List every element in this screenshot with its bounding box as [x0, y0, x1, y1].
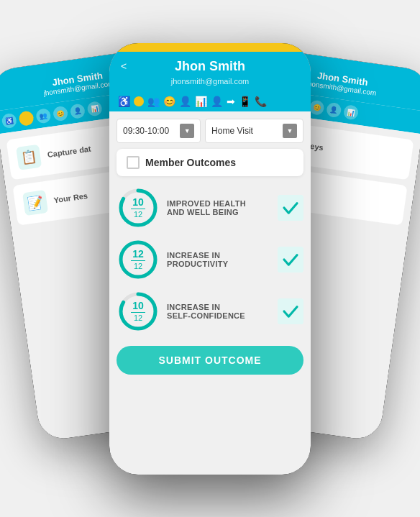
circle-divider-0 [131, 209, 145, 209]
bg-left-card2-text: Your Res [53, 191, 88, 204]
outcomes-title: Member Outcomes [145, 157, 236, 168]
svg-rect-5 [278, 247, 303, 273]
icon-call: 📞 [255, 96, 267, 107]
circle-denom-2: 12 [134, 314, 142, 322]
icon-person-add: 👤 [179, 96, 191, 107]
circle-progress-2: 10 12 [117, 290, 160, 333]
icon-bar-chart: 📊 [195, 96, 207, 107]
outcome-item-0: 10 12 IMPROVED HEALTHAND WELL BEING [117, 182, 303, 234]
icon-face-r: 😊 [309, 99, 325, 116]
circle-text-0: 10 12 [131, 197, 145, 219]
circle-divider-2 [131, 312, 145, 313]
outcome-label-2: INCREASE INSELF-CONFIDENCE [167, 303, 270, 320]
circle-progress-1: 12 12 [117, 238, 160, 281]
bg-left-card2-icon: 📝 [22, 190, 48, 216]
time-value: 09:30-10:00 [123, 126, 169, 136]
back-button[interactable]: < [121, 60, 127, 72]
submit-outcome-button[interactable]: SUBMIT OUTCOME [117, 346, 303, 375]
circle-progress-0: 10 12 [117, 186, 160, 229]
circle-denom-0: 12 [134, 211, 142, 219]
icon-user: 👤 [70, 103, 86, 119]
icons-bar: ♿ 👥 😊 👤 📊 👤 ➡ 📱 📞 [109, 91, 311, 111]
outcome-item-2: 10 12 INCREASE INSELF-CONFIDENCE [117, 285, 303, 337]
user-name: Jhon Smith [175, 59, 245, 74]
bg-left-card1-icon: 📋 [16, 145, 42, 170]
circle-denom-1: 12 [134, 262, 142, 270]
visit-value: Home Visit [211, 126, 253, 136]
circle-num-2: 10 [132, 301, 144, 311]
icon-dot [18, 110, 35, 127]
checkmark-icon-0 [278, 195, 303, 221]
circle-text-1: 12 12 [131, 249, 145, 270]
time-select[interactable]: 09:30-10:00 ▼ [117, 119, 201, 143]
checkmark-icon-2 [278, 298, 303, 324]
icon-wheelchair: ♿ [1, 113, 18, 129]
outcome-label-0: IMPROVED HEALTHAND WELL BEING [167, 199, 270, 216]
icon-arrow-right: ➡ [227, 96, 235, 107]
icon-phone: 📱 [239, 96, 251, 107]
circle-divider-1 [131, 260, 145, 261]
user-email: jhonsmith@gmail.com [121, 77, 299, 86]
member-outcomes-card: Member Outcomes [117, 149, 303, 176]
icon-user2: 👤 [211, 96, 223, 107]
main-content: 09:30-10:00 ▼ Home Visit ▼ Member Outcom… [109, 111, 311, 475]
time-dropdown-arrow[interactable]: ▼ [180, 124, 194, 138]
icon-chart-r: 📊 [343, 104, 360, 121]
icon-people: 👥 [147, 96, 160, 107]
checkmark-icon-1 [278, 247, 303, 273]
visit-select[interactable]: Home Visit ▼ [205, 119, 303, 143]
icon-chart: 📊 [86, 101, 103, 117]
icon-user-r: 👤 [326, 102, 342, 119]
phone-main: < Jhon Smith jhonsmith@gmail.com ♿ 👥 😊 👤… [109, 43, 311, 475]
time-visit-row: 09:30-10:00 ▼ Home Visit ▼ [117, 119, 303, 143]
app-header: < Jhon Smith jhonsmith@gmail.com [109, 52, 311, 91]
bg-left-card1-text: Capture dat [47, 145, 91, 159]
outcomes-list: 10 12 IMPROVED HEALTHAND WELL BEING [117, 182, 303, 337]
outcome-item-1: 12 12 INCREASE INPRODUCTIVITY [117, 234, 303, 285]
outcome-label-1: INCREASE INPRODUCTIVITY [167, 251, 270, 268]
icon-group: 👥 [35, 108, 52, 124]
scene: Jhon Smith jhonsmith@gmail.com ♿ 👥 😊 👤 📊… [0, 0, 420, 517]
phone-top-bar [109, 43, 311, 52]
circle-num-1: 12 [132, 249, 144, 259]
svg-rect-2 [278, 195, 303, 221]
icon-face: 😊 [52, 106, 69, 122]
circle-text-2: 10 12 [131, 301, 145, 322]
circle-num-0: 10 [132, 197, 144, 207]
icon-wheelchair-main: ♿ [118, 96, 130, 107]
outcomes-checkbox[interactable] [127, 156, 140, 169]
visit-dropdown-arrow[interactable]: ▼ [283, 124, 297, 138]
icon-smile: 😊 [163, 96, 175, 107]
svg-rect-8 [278, 298, 303, 324]
icon-yellow-dot [134, 96, 144, 106]
